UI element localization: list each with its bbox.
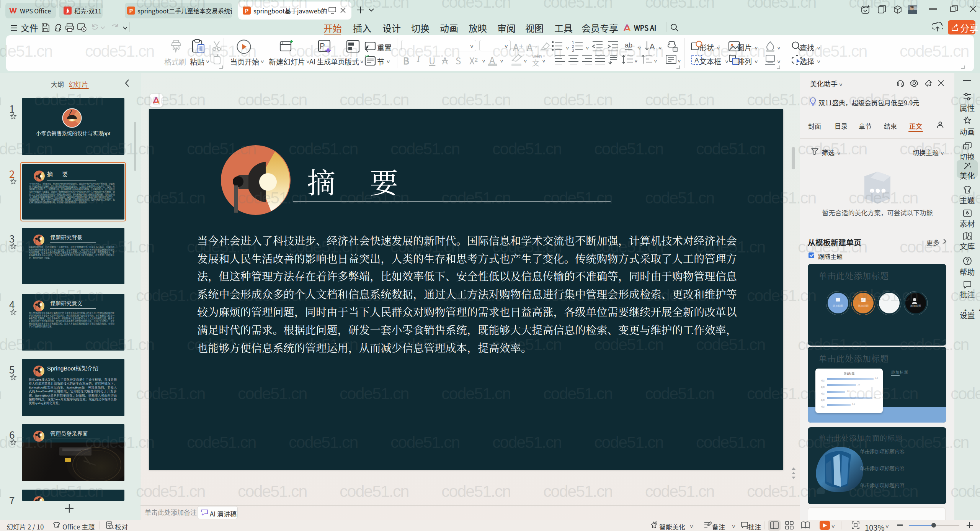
svg-text:添加标题: 添加标题 xyxy=(833,304,843,308)
svg-text:3: 3 xyxy=(572,48,574,52)
svg-text:A: A xyxy=(694,57,699,64)
svg-text:P: P xyxy=(245,8,248,14)
svg-text:添加标题: 添加标题 xyxy=(858,304,869,308)
svg-text:ab: ab xyxy=(625,41,632,49)
svg-text:添加标题: 添加标题 xyxy=(910,304,921,308)
svg-text:A: A xyxy=(650,42,655,51)
svg-text:P: P xyxy=(320,42,325,50)
svg-text:P: P xyxy=(129,8,133,14)
